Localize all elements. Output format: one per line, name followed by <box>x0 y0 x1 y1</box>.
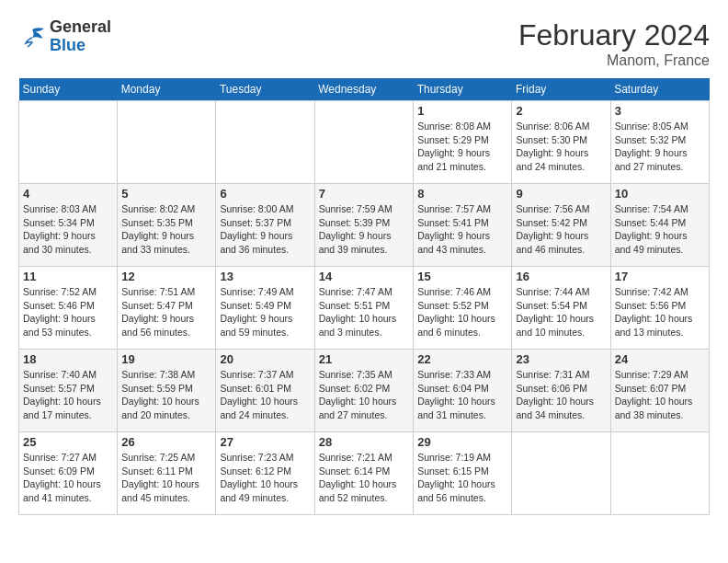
logo: General Blue <box>18 18 111 55</box>
day-number: 13 <box>220 270 310 283</box>
cell-content: Sunrise: 7:33 AMSunset: 6:04 PMDaylight:… <box>417 368 507 422</box>
day-number: 3 <box>615 104 705 118</box>
calendar-cell: 1Sunrise: 8:08 AMSunset: 5:29 PMDaylight… <box>414 101 512 184</box>
calendar-cell: 22Sunrise: 7:33 AMSunset: 6:04 PMDayligh… <box>414 350 512 432</box>
day-number: 12 <box>121 270 211 283</box>
day-number: 10 <box>615 187 705 201</box>
location: Manom, France <box>518 52 710 69</box>
day-number: 25 <box>23 435 113 449</box>
cell-content: Sunrise: 7:19 AMSunset: 6:15 PMDaylight:… <box>417 451 507 505</box>
week-row-3: 11Sunrise: 7:52 AMSunset: 5:46 PMDayligh… <box>19 267 710 350</box>
logo-icon <box>18 25 46 48</box>
calendar-cell: 16Sunrise: 7:44 AMSunset: 5:54 PMDayligh… <box>512 267 610 350</box>
day-number: 16 <box>516 270 606 283</box>
cell-content: Sunrise: 7:56 AMSunset: 5:42 PMDaylight:… <box>516 202 606 257</box>
cell-content: Sunrise: 7:52 AMSunset: 5:46 PMDaylight:… <box>23 285 113 339</box>
cell-content: Sunrise: 7:23 AMSunset: 6:12 PMDaylight:… <box>220 451 310 505</box>
cell-content: Sunrise: 7:42 AMSunset: 5:56 PMDaylight:… <box>615 285 705 339</box>
day-number: 2 <box>516 104 606 118</box>
cell-content: Sunrise: 8:08 AMSunset: 5:29 PMDaylight:… <box>417 120 507 174</box>
cell-content: Sunrise: 7:31 AMSunset: 6:06 PMDaylight:… <box>516 368 606 422</box>
cell-content: Sunrise: 8:03 AMSunset: 5:34 PMDaylight:… <box>23 202 113 257</box>
day-number: 15 <box>417 270 507 283</box>
day-number: 23 <box>516 352 606 366</box>
week-row-4: 18Sunrise: 7:40 AMSunset: 5:57 PMDayligh… <box>19 350 710 432</box>
day-number: 14 <box>319 270 409 283</box>
weekday-tuesday: Tuesday <box>216 78 314 101</box>
calendar-cell: 3Sunrise: 8:05 AMSunset: 5:32 PMDaylight… <box>610 101 709 184</box>
day-number: 5 <box>121 187 211 201</box>
week-row-2: 4Sunrise: 8:03 AMSunset: 5:34 PMDaylight… <box>19 184 710 267</box>
calendar-cell: 5Sunrise: 8:02 AMSunset: 5:35 PMDaylight… <box>118 184 216 267</box>
day-number: 8 <box>417 187 507 201</box>
calendar-cell <box>512 432 610 515</box>
weekday-saturday: Saturday <box>610 78 709 101</box>
cell-content: Sunrise: 8:05 AMSunset: 5:32 PMDaylight:… <box>615 120 705 174</box>
calendar-cell: 8Sunrise: 7:57 AMSunset: 5:41 PMDaylight… <box>414 184 512 267</box>
day-number: 29 <box>417 435 507 449</box>
calendar-cell: 10Sunrise: 7:54 AMSunset: 5:44 PMDayligh… <box>610 184 709 267</box>
month-title: February 2024 <box>518 18 710 52</box>
day-number: 27 <box>220 435 310 449</box>
day-number: 1 <box>417 104 507 118</box>
page-header: General Blue February 2024 Manom, France <box>18 18 710 69</box>
cell-content: Sunrise: 7:21 AMSunset: 6:14 PMDaylight:… <box>319 451 409 505</box>
weekday-monday: Monday <box>118 78 216 101</box>
day-number: 6 <box>220 187 310 201</box>
calendar-body: 1Sunrise: 8:08 AMSunset: 5:29 PMDaylight… <box>19 101 710 515</box>
cell-content: Sunrise: 7:29 AMSunset: 6:07 PMDaylight:… <box>615 368 705 422</box>
logo-blue: Blue <box>50 37 111 55</box>
weekday-wednesday: Wednesday <box>314 78 413 101</box>
calendar-cell <box>610 432 709 515</box>
day-number: 22 <box>417 352 507 366</box>
cell-content: Sunrise: 7:40 AMSunset: 5:57 PMDaylight:… <box>23 368 113 422</box>
calendar-cell: 9Sunrise: 7:56 AMSunset: 5:42 PMDaylight… <box>512 184 610 267</box>
day-number: 7 <box>319 187 409 201</box>
cell-content: Sunrise: 8:02 AMSunset: 5:35 PMDaylight:… <box>121 202 211 257</box>
day-number: 28 <box>319 435 409 449</box>
cell-content: Sunrise: 8:06 AMSunset: 5:30 PMDaylight:… <box>516 120 606 174</box>
day-number: 20 <box>220 352 310 366</box>
calendar-cell: 13Sunrise: 7:49 AMSunset: 5:49 PMDayligh… <box>216 267 314 350</box>
calendar-cell: 20Sunrise: 7:37 AMSunset: 6:01 PMDayligh… <box>216 350 314 432</box>
weekday-sunday: Sunday <box>19 78 118 101</box>
cell-content: Sunrise: 7:54 AMSunset: 5:44 PMDaylight:… <box>615 202 705 257</box>
cell-content: Sunrise: 7:46 AMSunset: 5:52 PMDaylight:… <box>417 285 507 339</box>
day-number: 24 <box>615 352 705 366</box>
logo-general: General <box>50 18 111 37</box>
day-number: 17 <box>615 270 705 283</box>
calendar-cell: 6Sunrise: 8:00 AMSunset: 5:37 PMDaylight… <box>216 184 314 267</box>
cell-content: Sunrise: 7:27 AMSunset: 6:09 PMDaylight:… <box>23 451 113 505</box>
calendar-cell: 15Sunrise: 7:46 AMSunset: 5:52 PMDayligh… <box>414 267 512 350</box>
calendar-cell: 24Sunrise: 7:29 AMSunset: 6:07 PMDayligh… <box>610 350 709 432</box>
calendar-cell: 23Sunrise: 7:31 AMSunset: 6:06 PMDayligh… <box>512 350 610 432</box>
cell-content: Sunrise: 7:59 AMSunset: 5:39 PMDaylight:… <box>319 202 409 257</box>
calendar-cell <box>118 101 216 184</box>
calendar-cell: 27Sunrise: 7:23 AMSunset: 6:12 PMDayligh… <box>216 432 314 515</box>
cell-content: Sunrise: 8:00 AMSunset: 5:37 PMDaylight:… <box>220 202 310 257</box>
calendar-cell: 17Sunrise: 7:42 AMSunset: 5:56 PMDayligh… <box>610 267 709 350</box>
day-number: 19 <box>121 352 211 366</box>
calendar-cell: 14Sunrise: 7:47 AMSunset: 5:51 PMDayligh… <box>314 267 413 350</box>
day-number: 11 <box>23 270 113 283</box>
calendar-cell: 4Sunrise: 8:03 AMSunset: 5:34 PMDaylight… <box>19 184 118 267</box>
calendar-cell: 26Sunrise: 7:25 AMSunset: 6:11 PMDayligh… <box>118 432 216 515</box>
calendar-cell: 19Sunrise: 7:38 AMSunset: 5:59 PMDayligh… <box>118 350 216 432</box>
day-number: 26 <box>121 435 211 449</box>
week-row-1: 1Sunrise: 8:08 AMSunset: 5:29 PMDaylight… <box>19 101 710 184</box>
weekday-thursday: Thursday <box>414 78 512 101</box>
calendar-cell: 2Sunrise: 8:06 AMSunset: 5:30 PMDaylight… <box>512 101 610 184</box>
day-number: 21 <box>319 352 409 366</box>
calendar-cell: 7Sunrise: 7:59 AMSunset: 5:39 PMDaylight… <box>314 184 413 267</box>
calendar-cell: 21Sunrise: 7:35 AMSunset: 6:02 PMDayligh… <box>314 350 413 432</box>
cell-content: Sunrise: 7:35 AMSunset: 6:02 PMDaylight:… <box>319 368 409 422</box>
weekday-header-row: SundayMondayTuesdayWednesdayThursdayFrid… <box>19 78 710 101</box>
weekday-friday: Friday <box>512 78 610 101</box>
calendar-cell: 12Sunrise: 7:51 AMSunset: 5:47 PMDayligh… <box>118 267 216 350</box>
cell-content: Sunrise: 7:47 AMSunset: 5:51 PMDaylight:… <box>319 285 409 339</box>
cell-content: Sunrise: 7:38 AMSunset: 5:59 PMDaylight:… <box>121 368 211 422</box>
cell-content: Sunrise: 7:37 AMSunset: 6:01 PMDaylight:… <box>220 368 310 422</box>
calendar-cell: 18Sunrise: 7:40 AMSunset: 5:57 PMDayligh… <box>19 350 118 432</box>
cell-content: Sunrise: 7:44 AMSunset: 5:54 PMDaylight:… <box>516 285 606 339</box>
day-number: 18 <box>23 352 113 366</box>
